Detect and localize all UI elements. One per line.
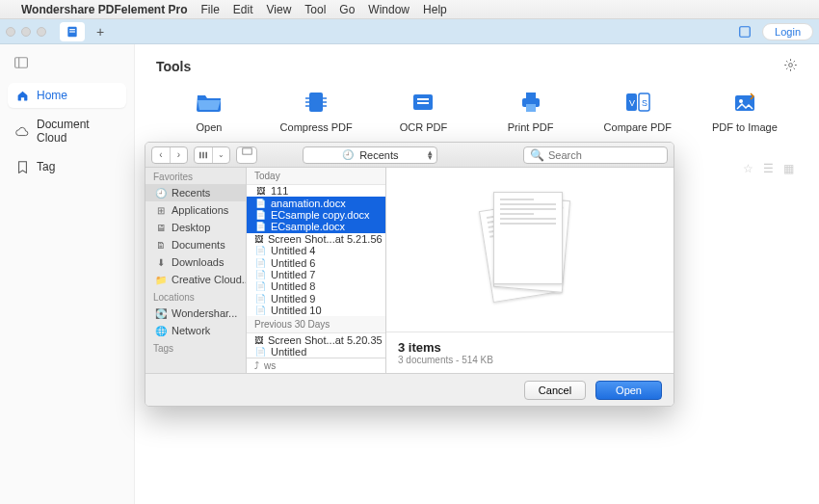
doc-icon: 📄 (254, 258, 266, 268)
tool-compress[interactable]: Compress PDF (273, 91, 359, 133)
tool-compare[interactable]: VS Compare PDF (594, 91, 681, 133)
home-icon (15, 89, 29, 102)
locations-heading: Locations (145, 288, 246, 305)
clock-icon: 🕘 (342, 149, 354, 160)
tool-grid: Open Compress PDF OCR PDF Print PDF VS C… (156, 91, 798, 148)
file-row[interactable]: 🖼Screen Shot...at 5.21.56 PM (247, 233, 385, 245)
tool-print[interactable]: Print PDF (488, 91, 574, 133)
sidebar-downloads[interactable]: ⬇Downloads (145, 253, 246, 271)
star-icon[interactable]: ☆ (743, 162, 753, 175)
file-row[interactable]: 🖼Screen Shot...at 5.20.35 PM (247, 333, 385, 345)
tool-pdf-to-image[interactable]: PDF to Image (701, 91, 788, 133)
search-input[interactable] (548, 149, 661, 161)
up-icon: ⤴ (254, 360, 259, 371)
sidebar-item-document-cloud[interactable]: Document Cloud (8, 112, 126, 150)
file-row[interactable]: 📄Untitled 9 (247, 293, 385, 305)
image-icon: 🖼 (254, 335, 263, 345)
file-row[interactable]: 📄Untitled 10 (247, 305, 385, 316)
app-name[interactable]: Wondershare PDFelement Pro (21, 3, 188, 16)
forward-button[interactable]: › (170, 147, 187, 163)
sidebar-item-tag[interactable]: Tag (8, 154, 126, 179)
doc-icon: 📄 (254, 347, 266, 357)
cancel-button[interactable]: Cancel (524, 381, 586, 400)
open-button[interactable]: Open (595, 381, 662, 400)
path-bar[interactable]: ⤴ws (247, 358, 385, 373)
image-icon: 🖼 (254, 234, 263, 244)
window-controls[interactable] (6, 27, 46, 37)
favorites-heading: Favorites (145, 168, 246, 184)
sidebar-item-label: Tag (37, 160, 55, 173)
svg-point-6 (789, 64, 793, 67)
tool-label: Print PDF (508, 121, 554, 133)
svg-rect-7 (309, 93, 323, 112)
doc-icon: 📄 (254, 281, 266, 291)
chevron-updown-icon: ▴▾ (428, 150, 433, 160)
doc-icon: 📄 (254, 305, 266, 315)
svg-rect-2 (69, 31, 75, 32)
file-row[interactable]: 📄ECsample.docx (247, 221, 385, 232)
sidebar-item-home[interactable]: Home (8, 83, 126, 108)
image-icon (731, 91, 758, 114)
tool-ocr[interactable]: OCR PDF (380, 91, 466, 133)
tags-heading: Tags (145, 339, 246, 356)
sidebar-documents[interactable]: 🗎Documents (145, 236, 246, 253)
sidebar-desktop[interactable]: 🖥Desktop (145, 219, 246, 236)
sidebar-applications[interactable]: ⊞Applications (145, 201, 246, 219)
file-row[interactable]: 📄Untitled 6 (247, 256, 385, 268)
svg-rect-10 (417, 102, 429, 104)
file-row[interactable]: 📄ECsample copy.docx (247, 209, 385, 221)
print-icon (517, 91, 544, 114)
doc-icon: 📄 (254, 294, 266, 304)
location-dropdown[interactable]: 🕘 Recents ▴▾ (303, 146, 437, 164)
preview-thumbnail (386, 168, 674, 332)
search-field[interactable]: 🔍 (523, 146, 668, 164)
back-button[interactable]: ‹ (152, 147, 170, 163)
menu-go[interactable]: Go (339, 3, 355, 16)
preview-title: 3 items (398, 340, 662, 355)
sidebar-item-label: Home (37, 89, 67, 102)
svg-rect-12 (526, 93, 536, 98)
group-prev30: Previous 30 Days (247, 316, 385, 333)
svg-rect-13 (526, 104, 536, 112)
file-row[interactable]: 🖼111 (247, 185, 385, 197)
new-tab-button[interactable]: + (91, 22, 110, 41)
network-icon: 🌐 (155, 325, 167, 336)
file-row[interactable]: 📄Untitled 4 (247, 245, 385, 256)
grid-view-icon[interactable]: ▦ (783, 162, 794, 175)
menu-tool[interactable]: Tool (304, 3, 326, 16)
sidebar-network[interactable]: 🌐Network (145, 322, 246, 339)
file-row[interactable]: 📄anamation.docx (247, 197, 385, 208)
doc-icon: 📄 (254, 270, 266, 279)
file-row[interactable]: 📄Untitled 8 (247, 280, 385, 292)
view-dropdown-button[interactable]: ⌄ (212, 147, 229, 163)
gear-icon[interactable] (783, 58, 798, 75)
menu-file[interactable]: File (201, 3, 220, 16)
svg-rect-3 (740, 26, 751, 37)
sidebar-creative-cloud[interactable]: 📁Creative Cloud... (145, 271, 246, 288)
menu-edit[interactable]: Edit (233, 3, 253, 16)
tool-label: Compare PDF (604, 121, 672, 133)
file-row[interactable]: 📄Untitled 7 (247, 269, 385, 280)
svg-text:S: S (642, 98, 647, 108)
scan-icon[interactable] (737, 24, 753, 40)
sidebar-wondershare[interactable]: 💽Wondershar... (145, 305, 246, 322)
menu-help[interactable]: Help (423, 3, 447, 16)
doc-icon: 📄 (254, 222, 266, 231)
group-button[interactable] (236, 146, 257, 164)
menu-view[interactable]: View (267, 3, 292, 16)
menu-window[interactable]: Window (368, 3, 410, 16)
app-tab[interactable] (60, 22, 85, 41)
column-view-button[interactable] (195, 147, 212, 163)
location-label: Recents (359, 149, 398, 161)
open-file-dialog: ‹ › ⌄ 🕘 Recents ▴▾ 🔍 Favorites 🕘Recents … (145, 142, 674, 407)
group-today: Today (247, 168, 385, 185)
file-row[interactable]: 📄Untitled (247, 346, 385, 358)
tool-open[interactable]: Open (166, 91, 252, 133)
login-button[interactable]: Login (762, 23, 813, 40)
sidebar-tab-icon[interactable] (8, 52, 35, 73)
tool-label: PDF to Image (712, 121, 778, 133)
folder-icon: 📁 (155, 274, 167, 285)
list-view-icon[interactable]: ☰ (763, 162, 774, 175)
sidebar-recents[interactable]: 🕘Recents (145, 184, 246, 201)
clock-icon: 🕘 (155, 187, 167, 199)
